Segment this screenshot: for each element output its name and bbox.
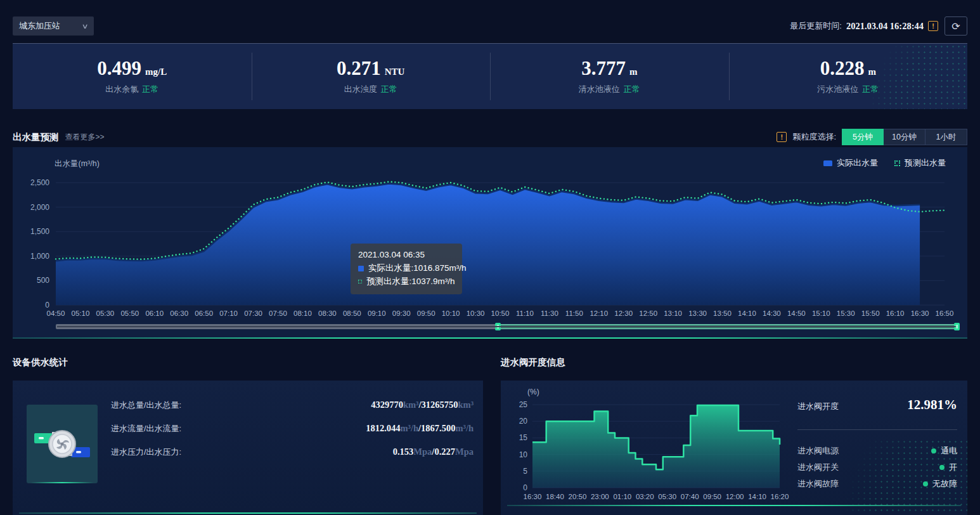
kpi-value: 3.777 bbox=[581, 57, 626, 79]
valve-switch-row: 进水阀开关 开 bbox=[797, 459, 957, 476]
svg-text:10:50: 10:50 bbox=[491, 310, 510, 317]
valve-info-panel: (%)051015202516:3018:4020:5023:0001:1003… bbox=[501, 381, 967, 515]
stat-row-pressure: 进水压力/出水压力: 0.153Mpa/0.227Mpa bbox=[111, 447, 474, 470]
kpi-status: 正常 bbox=[142, 84, 158, 94]
svg-text:16:10: 16:10 bbox=[886, 310, 905, 317]
granularity-5min-button[interactable]: 5分钟 bbox=[842, 129, 884, 145]
datazoom-left-handle[interactable] bbox=[495, 323, 501, 330]
valve-fault-row: 进水阀故障 无故障 bbox=[797, 476, 957, 492]
svg-text:10:10: 10:10 bbox=[442, 310, 460, 317]
device-stats-title: 设备供水统计 bbox=[13, 356, 68, 368]
granularity-10min-button[interactable]: 10分钟 bbox=[884, 129, 925, 145]
svg-text:12:30: 12:30 bbox=[614, 310, 633, 317]
svg-text:2,500: 2,500 bbox=[30, 178, 49, 187]
forecast-section-header: 出水量预测 查看更多>> ! 颗粒度选择: 5分钟 10分钟 1小时 bbox=[13, 129, 967, 145]
svg-text:09:50: 09:50 bbox=[417, 310, 435, 317]
svg-text:11:50: 11:50 bbox=[565, 310, 583, 317]
kpi-unit: mg/L bbox=[145, 67, 167, 77]
device-stats-list: 进水总量/出水总量: 4329770km³/31265750km³ 进水流量/出… bbox=[111, 400, 474, 470]
last-update-time: 2021.03.04 16:28:44 bbox=[846, 21, 924, 32]
svg-text:06:30: 06:30 bbox=[170, 310, 188, 317]
datazoom-selected-range[interactable] bbox=[498, 324, 957, 329]
svg-text:15: 15 bbox=[519, 433, 528, 442]
svg-text:20: 20 bbox=[519, 417, 528, 426]
svg-text:12:00: 12:00 bbox=[726, 493, 744, 500]
svg-text:08:30: 08:30 bbox=[318, 310, 337, 317]
svg-text:06:50: 06:50 bbox=[195, 310, 213, 317]
warning-icon[interactable]: ! bbox=[928, 21, 938, 31]
kpi-value: 0.499 bbox=[97, 57, 141, 79]
kpi-status: 正常 bbox=[381, 84, 397, 94]
divider bbox=[797, 429, 957, 430]
svg-text:13:50: 13:50 bbox=[713, 310, 732, 317]
svg-text:14:50: 14:50 bbox=[787, 310, 806, 317]
chart-legend: 实际出水量 预测出水量 bbox=[823, 157, 946, 169]
svg-text:08:50: 08:50 bbox=[343, 310, 361, 317]
svg-text:14:30: 14:30 bbox=[763, 310, 781, 317]
legend-predicted[interactable]: 预测出水量 bbox=[894, 157, 946, 169]
legend-actual[interactable]: 实际出水量 bbox=[823, 157, 878, 169]
svg-text:500: 500 bbox=[37, 276, 49, 285]
status-dot bbox=[923, 481, 928, 486]
svg-text:05:50: 05:50 bbox=[120, 310, 139, 317]
top-bar: 城东加压站 ∨ 最后更新时间: 2021.03.04 16:28:44 ! ⟳ bbox=[0, 0, 980, 43]
svg-text:20:50: 20:50 bbox=[569, 493, 587, 500]
svg-text:10: 10 bbox=[519, 450, 528, 459]
svg-text:2,000: 2,000 bbox=[30, 203, 49, 212]
svg-text:05:30: 05:30 bbox=[658, 493, 676, 500]
legend-actual-swatch bbox=[823, 160, 832, 166]
forecast-chart[interactable]: 05001,0001,5002,0002,50004:5005:1005:300… bbox=[13, 173, 967, 322]
valve-info-title: 进水阀开度信息 bbox=[501, 356, 565, 368]
see-more-link[interactable]: 查看更多>> bbox=[65, 132, 105, 143]
pump-icon bbox=[33, 419, 91, 469]
tooltip-predicted: 预测出水量:1037.9m³/h bbox=[366, 275, 455, 289]
svg-text:07:10: 07:10 bbox=[219, 310, 238, 317]
svg-text:05:30: 05:30 bbox=[96, 310, 114, 317]
pump-card bbox=[27, 405, 98, 483]
svg-text:14:10: 14:10 bbox=[748, 493, 766, 500]
granularity-1hour-button[interactable]: 1小时 bbox=[925, 129, 967, 145]
kpi-clearwater-level: 3.777m 清水池液位正常 bbox=[490, 44, 729, 109]
kpi-label: 清水池液位 bbox=[579, 84, 620, 94]
kpi-label: 出水余氯 bbox=[105, 84, 138, 94]
status-dot bbox=[931, 448, 936, 453]
valve-status-column: 进水阀开度 12.981% 进水阀电源 通电 进水阀开关 开 进水阀故障 无故障 bbox=[797, 397, 957, 492]
warning-icon[interactable]: ! bbox=[777, 132, 787, 142]
forecast-title: 出水量预测 bbox=[13, 131, 59, 143]
svg-text:16:30: 16:30 bbox=[911, 310, 929, 317]
kpi-effluent-chlorine: 0.499mg/L 出水余氯正常 bbox=[13, 44, 252, 109]
panel-bottom-glow bbox=[13, 337, 967, 339]
kpi-value: 0.228 bbox=[820, 57, 865, 79]
datazoom-track[interactable] bbox=[56, 324, 957, 329]
tooltip-time: 2021.03.04 06:35 bbox=[358, 249, 455, 262]
kpi-label: 污水池液位 bbox=[817, 84, 858, 94]
svg-text:09:30: 09:30 bbox=[392, 310, 411, 317]
svg-text:15:30: 15:30 bbox=[837, 310, 855, 317]
valve-opening-label: 进水阀开度 bbox=[797, 401, 839, 412]
valve-opening-chart[interactable]: (%)051015202516:3018:4020:5023:0001:1003… bbox=[507, 384, 789, 506]
kpi-status: 正常 bbox=[624, 84, 640, 94]
svg-text:07:30: 07:30 bbox=[244, 310, 262, 317]
granularity-label: 颗粒度选择: bbox=[792, 131, 836, 143]
svg-text:10:30: 10:30 bbox=[467, 310, 485, 317]
svg-text:15:10: 15:10 bbox=[812, 310, 830, 317]
svg-text:15:50: 15:50 bbox=[861, 310, 880, 317]
datazoom-slider[interactable] bbox=[56, 323, 957, 330]
svg-text:01:10: 01:10 bbox=[613, 493, 631, 500]
last-update-label: 最后更新时间: bbox=[790, 20, 842, 32]
refresh-icon: ⟳ bbox=[951, 20, 960, 32]
valve-opening-value: 12.981% bbox=[907, 397, 957, 413]
last-update-group: 最后更新时间: 2021.03.04 16:28:44 ! bbox=[790, 16, 938, 36]
svg-text:16:30: 16:30 bbox=[524, 493, 542, 500]
status-dot bbox=[939, 465, 945, 470]
svg-text:18:40: 18:40 bbox=[546, 493, 564, 500]
kpi-unit: m bbox=[868, 67, 876, 77]
chevron-down-icon: ∨ bbox=[81, 22, 88, 30]
station-select[interactable]: 城东加压站 ∨ bbox=[13, 16, 94, 36]
refresh-button[interactable]: ⟳ bbox=[945, 16, 967, 36]
svg-text:04:50: 04:50 bbox=[47, 310, 65, 317]
svg-text:5: 5 bbox=[523, 467, 527, 476]
datazoom-right-handle[interactable] bbox=[954, 323, 960, 330]
y-axis-title: 出水量(m³/h) bbox=[55, 159, 100, 169]
stat-row-total: 进水总量/出水总量: 4329770km³/31265750km³ bbox=[111, 400, 474, 423]
